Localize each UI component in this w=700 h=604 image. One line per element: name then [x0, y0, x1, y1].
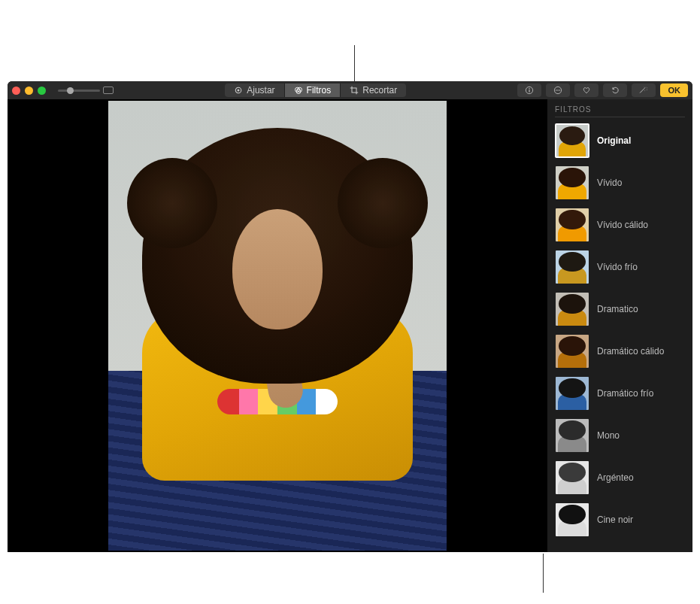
- filter-item[interactable]: Dramatico: [555, 292, 685, 326]
- filter-item[interactable]: Original: [555, 123, 685, 158]
- filter-label: Argénteo: [597, 472, 634, 483]
- photos-edit-window: Ajustar Filtros Recortar: [8, 81, 692, 552]
- toolbar-right: OK: [517, 83, 688, 97]
- toolbar: Ajustar Filtros Recortar: [8, 81, 692, 99]
- filter-thumb: [555, 334, 589, 369]
- filters-icon: [294, 86, 303, 95]
- filter-list: OriginalVívidoVívido cálidoVívido fríoDr…: [555, 123, 685, 537]
- more-icon: [553, 86, 562, 95]
- crop-tab[interactable]: Recortar: [341, 83, 406, 97]
- more-button[interactable]: [546, 83, 570, 97]
- adjust-icon: [234, 86, 243, 95]
- filters-label: Filtros: [307, 85, 332, 96]
- window-controls: [12, 87, 46, 95]
- filter-thumb: [555, 376, 589, 411]
- filter-item[interactable]: Vívido cálido: [555, 208, 685, 242]
- rotate-icon: [611, 86, 620, 95]
- rotate-button[interactable]: [603, 83, 627, 97]
- filters-sidebar: FILTROS OriginalVívidoVívido cálidoVívid…: [547, 99, 692, 552]
- svg-point-9: [556, 90, 557, 91]
- svg-rect-6: [529, 90, 530, 92]
- filter-thumb: [555, 165, 589, 200]
- heart-icon: [582, 86, 591, 95]
- done-button[interactable]: OK: [660, 83, 688, 97]
- filter-item[interactable]: Mono: [555, 418, 685, 453]
- minimize-icon[interactable]: [25, 87, 33, 95]
- info-button[interactable]: [517, 83, 541, 97]
- svg-point-11: [559, 90, 561, 91]
- filter-item[interactable]: Vívido: [555, 165, 685, 200]
- edit-mode-segmented: Ajustar Filtros Recortar: [225, 83, 406, 97]
- filter-label: Vívido: [597, 178, 622, 188]
- filter-label: Mono: [597, 430, 620, 441]
- filter-thumb: [555, 460, 589, 495]
- filter-thumb: [555, 418, 589, 453]
- filter-label: Dramatico: [597, 304, 638, 314]
- filter-item[interactable]: Cine noir: [555, 502, 685, 537]
- sidebar-title: FILTROS: [555, 105, 685, 117]
- filter-thumb: [555, 502, 589, 537]
- zoom-control[interactable]: [58, 87, 114, 94]
- filter-label: Vívido frío: [597, 262, 638, 272]
- favorite-button[interactable]: [574, 83, 598, 97]
- filter-thumb: [555, 250, 589, 284]
- filter-label: Dramático frío: [597, 388, 653, 399]
- info-icon: [525, 86, 534, 95]
- filter-label: Original: [597, 135, 631, 146]
- photo-preview: [108, 101, 447, 551]
- crop-icon: [350, 86, 359, 95]
- close-icon[interactable]: [12, 87, 20, 95]
- zoom-slider-thumb[interactable]: [67, 87, 74, 94]
- magic-wand-icon: [638, 86, 649, 95]
- filter-item[interactable]: Dramático cálido: [555, 334, 685, 369]
- filter-label: Cine noir: [597, 514, 633, 525]
- filters-tab[interactable]: Filtros: [285, 83, 341, 97]
- filter-item[interactable]: Argénteo: [555, 460, 685, 495]
- svg-point-1: [238, 90, 240, 92]
- filter-thumb: [555, 208, 589, 242]
- fullscreen-icon[interactable]: [38, 87, 46, 95]
- filter-thumb: [555, 292, 589, 326]
- filter-item[interactable]: Dramático frío: [555, 376, 685, 411]
- photo-canvas[interactable]: [8, 99, 547, 552]
- filter-label: Dramático cálido: [597, 346, 664, 357]
- svg-point-10: [558, 90, 559, 91]
- auto-enhance-button[interactable]: [632, 83, 656, 97]
- adjust-label: Ajustar: [247, 85, 274, 96]
- zoom-slider-track[interactable]: [58, 90, 100, 92]
- done-label: OK: [668, 86, 680, 95]
- callout-line-side: [543, 554, 544, 593]
- svg-point-7: [529, 88, 531, 90]
- callout-line-top: [354, 45, 355, 84]
- fit-screen-icon[interactable]: [103, 87, 114, 94]
- adjust-tab[interactable]: Ajustar: [225, 83, 284, 97]
- filter-item[interactable]: Vívido frío: [555, 250, 685, 284]
- crop-label: Recortar: [362, 85, 397, 96]
- filter-thumb: [555, 123, 589, 158]
- content-area: FILTROS OriginalVívidoVívido cálidoVívid…: [8, 99, 692, 552]
- filter-label: Vívido cálido: [597, 220, 648, 230]
